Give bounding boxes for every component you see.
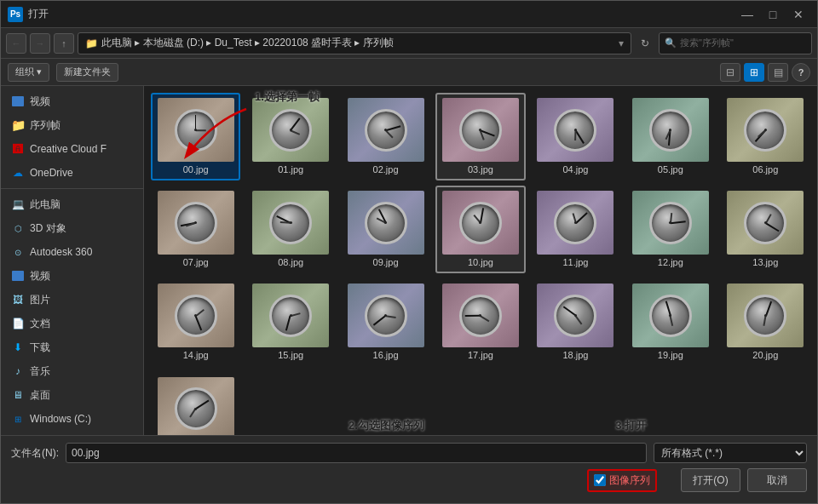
file-item[interactable]: 19.jpg [625, 278, 715, 366]
open-button[interactable]: 打开(O) [681, 468, 740, 492]
toolbar: 组织 ▾ 新建文件夹 ⊟ ⊞ ▤ ? [1, 59, 817, 86]
filename-row: 文件名(N): 所有格式 (*.*) [11, 443, 807, 463]
file-item[interactable]: 02.jpg [341, 93, 430, 180]
file-item[interactable]: 14.jpg [151, 278, 240, 366]
file-item[interactable]: 21.jpg [151, 372, 240, 435]
sidebar-item-desktop[interactable]: 🖥 桌面 [1, 383, 143, 407]
file-thumbnail [158, 191, 234, 255]
file-label: 18.jpg [562, 350, 588, 361]
file-label: 04.jpg [562, 164, 588, 175]
folder-icon: 📁 [11, 118, 25, 132]
sidebar-item-autodesk[interactable]: ⊙ Autodesk 360 [1, 240, 143, 264]
file-item[interactable]: 03.jpg [435, 93, 525, 180]
file-item[interactable]: 04.jpg [531, 93, 620, 180]
file-item[interactable]: 01.jpg [245, 93, 335, 180]
file-item[interactable]: 08.jpg [245, 186, 335, 273]
file-thumbnail [442, 284, 519, 347]
minimize-button[interactable]: — [735, 6, 759, 23]
sidebar-item-videos[interactable]: 视频 [1, 89, 143, 113]
help-button[interactable]: ? [792, 63, 810, 82]
forward-button[interactable]: → [30, 33, 50, 54]
file-label: 03.jpg [468, 164, 493, 175]
search-placeholder: 搜索"序列帧" [680, 37, 734, 49]
sidebar-item-music[interactable]: ♪ 音乐 [1, 359, 143, 383]
breadcrumb-text: 此电脑 ▸ 本地磁盘 (D:) ▸ Du_Test ▸ 20220108 盛时手… [101, 36, 394, 50]
address-bar: ← → ↑ 📁 此电脑 ▸ 本地磁盘 (D:) ▸ Du_Test ▸ 2022… [1, 28, 817, 59]
sidebar-item-documents[interactable]: 📄 文档 [1, 312, 143, 335]
sidebar-item-this-pc[interactable]: 💻 此电脑 [1, 192, 143, 216]
file-thumbnail [632, 284, 709, 347]
bottom-bar: 文件名(N): 所有格式 (*.*) 图像序列 打开(O) 取消 [1, 435, 817, 503]
file-item[interactable]: 05.jpg [625, 93, 715, 180]
cloud-icon: 🅰 [11, 142, 25, 156]
open-dialog: Ps 打开 — □ ✕ ← → ↑ 📁 此电脑 ▸ 本地磁盘 (D:) ▸ Du… [0, 0, 818, 504]
title-bar: Ps 打开 — □ ✕ [1, 1, 817, 28]
sidebar-item-videos2[interactable]: 视频 [1, 264, 143, 288]
file-item[interactable]: 10.jpg [435, 186, 525, 273]
autodesk-icon: ⊙ [11, 245, 25, 259]
sidebar-item-onedrive[interactable]: ☁ OneDrive [1, 161, 143, 185]
view-grid-button[interactable]: ⊞ [744, 63, 764, 82]
desktop-icon: 🖥 [11, 388, 25, 402]
computer-icon: 💻 [11, 198, 25, 211]
app-icon: Ps [8, 7, 23, 22]
close-button[interactable]: ✕ [786, 6, 810, 23]
file-thumbnail [727, 191, 804, 255]
dialog-title: 打开 [28, 7, 735, 21]
documents-icon: 📄 [11, 317, 25, 330]
file-thumbnail [252, 98, 329, 162]
file-label: 11.jpg [562, 257, 588, 268]
file-item[interactable]: 07.jpg [151, 186, 240, 273]
file-label: 01.jpg [278, 164, 303, 175]
file-item[interactable]: 12.jpg [625, 186, 715, 273]
file-item[interactable]: 20.jpg [721, 278, 810, 366]
sidebar-item-seq-frames[interactable]: 📁 序列帧 [1, 113, 143, 137]
refresh-button[interactable]: ↻ [635, 33, 655, 54]
file-thumbnail [442, 98, 519, 162]
sidebar-item-3d[interactable]: ⬡ 3D 对象 [1, 216, 143, 240]
file-item[interactable]: 06.jpg [721, 93, 810, 180]
up-button[interactable]: ↑ [54, 33, 74, 54]
sidebar-item-downloads[interactable]: ⬇ 下载 [1, 335, 143, 359]
main-content: 视频 📁 序列帧 🅰 Creative Cloud F ☁ OneDrive 💻… [1, 86, 817, 435]
breadcrumb[interactable]: 📁 此电脑 ▸ 本地磁盘 (D:) ▸ Du_Test ▸ 20220108 盛… [78, 32, 631, 54]
file-label: 12.jpg [658, 257, 683, 268]
new-folder-button[interactable]: 新建文件夹 [56, 63, 118, 82]
cancel-button[interactable]: 取消 [747, 468, 807, 492]
file-thumbnail [632, 191, 709, 255]
music-icon: ♪ [11, 364, 25, 378]
windows-icon: ⊞ [11, 412, 25, 426]
search-box[interactable]: 🔍 搜索"序列帧" [659, 32, 812, 54]
view-toggle-button[interactable]: ⊟ [720, 63, 740, 82]
maximize-button[interactable]: □ [761, 6, 785, 23]
file-item[interactable]: 18.jpg [531, 278, 620, 366]
file-label: 19.jpg [658, 350, 683, 361]
file-thumbnail [252, 191, 329, 255]
back-button[interactable]: ← [6, 33, 26, 54]
file-item[interactable]: 11.jpg [531, 186, 620, 273]
toolbar-right: ⊟ ⊞ ▤ ? [720, 63, 810, 82]
sidebar-item-pictures[interactable]: 🖼 图片 [1, 288, 143, 312]
file-label: 07.jpg [183, 257, 209, 268]
file-label: 13.jpg [752, 257, 778, 268]
organize-button[interactable]: 组织 ▾ [8, 63, 49, 82]
file-item[interactable]: 13.jpg [721, 186, 810, 273]
file-item[interactable]: 15.jpg [245, 278, 335, 366]
breadcrumb-dropdown-icon[interactable]: ▾ [619, 37, 624, 49]
sidebar-item-creative-cloud[interactable]: 🅰 Creative Cloud F [1, 137, 143, 161]
file-item[interactable]: 17.jpg [435, 278, 525, 366]
filetype-select[interactable]: 所有格式 (*.*) [654, 443, 807, 463]
sidebar: 视频 📁 序列帧 🅰 Creative Cloud F ☁ OneDrive 💻… [1, 86, 144, 435]
sidebar-item-windows-c[interactable]: ⊞ Windows (C:) [1, 407, 143, 431]
view-list-button[interactable]: ▤ [768, 63, 788, 82]
file-item[interactable]: 16.jpg [341, 278, 430, 366]
file-item[interactable]: 00.jpg [151, 93, 240, 180]
image-sequence-checkbox[interactable] [594, 474, 606, 486]
file-label: 00.jpg [183, 164, 209, 175]
file-label: 16.jpg [373, 350, 399, 361]
file-grid: 00.jpg 01.jpg 02.jpg [151, 93, 810, 435]
file-item[interactable]: 09.jpg [341, 186, 430, 273]
filename-input[interactable] [66, 443, 647, 463]
onedrive-icon: ☁ [11, 166, 25, 180]
file-label: 05.jpg [658, 164, 683, 175]
